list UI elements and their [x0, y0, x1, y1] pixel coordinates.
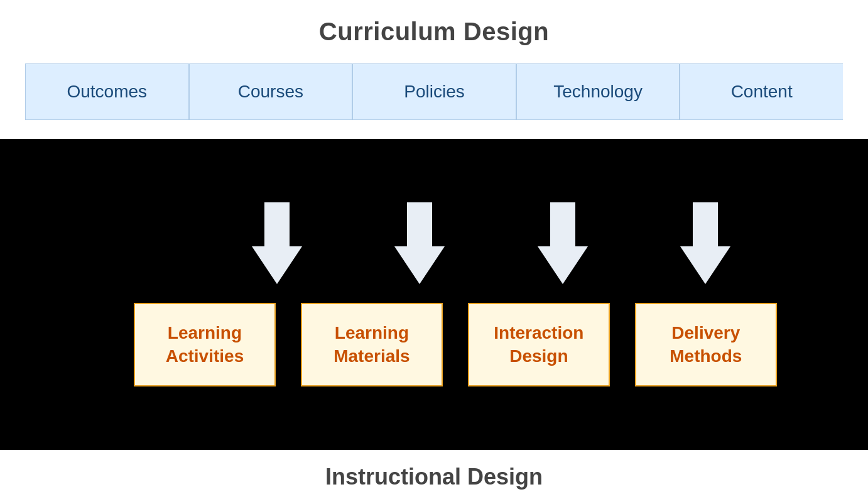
arrow-down-1	[394, 202, 445, 284]
instructional-title: Instructional Design	[325, 464, 543, 490]
bottom-boxes-row: Learning ActivitiesLearning MaterialsInt…	[25, 303, 843, 386]
arrow-wrapper-0	[205, 202, 348, 284]
arrow-down-3	[680, 202, 730, 284]
curriculum-title: Curriculum Design	[319, 18, 549, 46]
bottom-box-0: Learning Activities	[134, 303, 276, 386]
arrow-wrapper-3	[634, 202, 776, 284]
arrow-wrapper-2	[491, 202, 634, 284]
middle-section: Learning ActivitiesLearning MaterialsInt…	[0, 139, 868, 450]
top-box-3: Technology	[516, 63, 680, 120]
bottom-box-wrapper-1: Learning Materials	[288, 303, 455, 386]
svg-marker-1	[394, 202, 445, 284]
svg-marker-3	[680, 202, 730, 284]
bottom-box-wrapper-0: Learning Activities	[121, 303, 288, 386]
arrow-wrapper-1	[349, 202, 491, 284]
top-box-1: Courses	[189, 63, 353, 120]
top-box-0: Outcomes	[25, 63, 189, 120]
bottom-box-1: Learning Materials	[301, 303, 443, 386]
bottom-box-3: Delivery Methods	[635, 303, 777, 386]
top-box-4: Content	[680, 63, 843, 120]
arrow-down-2	[538, 202, 588, 284]
svg-marker-2	[538, 202, 588, 284]
top-boxes-row: OutcomesCoursesPoliciesTechnologyContent	[25, 63, 843, 120]
bottom-section: Instructional Design	[0, 450, 868, 504]
bottom-box-wrapper-2: Interaction Design	[455, 303, 622, 386]
bottom-boxes-spacer-start	[50, 303, 121, 386]
bottom-boxes-spacer-end	[789, 303, 818, 386]
arrows-row	[25, 202, 843, 284]
bottom-box-wrapper-3: Delivery Methods	[622, 303, 789, 386]
svg-marker-0	[252, 202, 302, 284]
top-box-2: Policies	[352, 63, 516, 120]
bottom-box-2: Interaction Design	[468, 303, 610, 386]
arrow-down-0	[252, 202, 302, 284]
top-section: Curriculum Design OutcomesCoursesPolicie…	[0, 0, 868, 139]
